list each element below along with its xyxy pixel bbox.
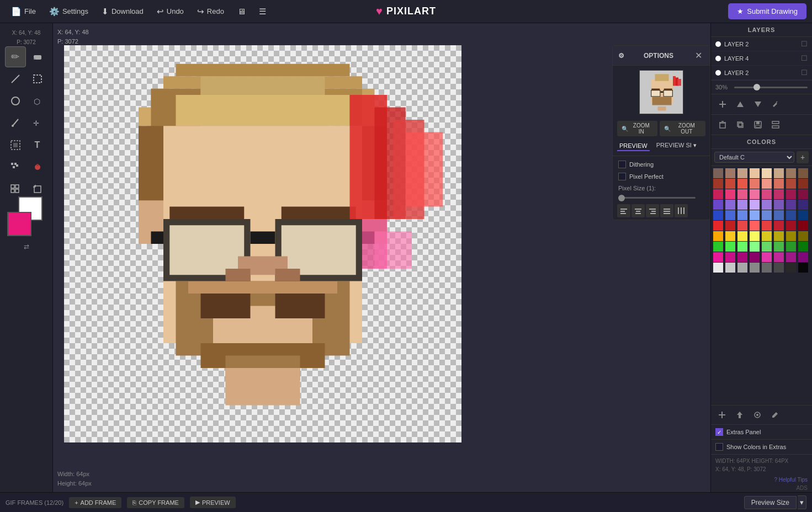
color-swatch-12[interactable] bbox=[762, 179, 772, 189]
color-swatch-48[interactable] bbox=[713, 231, 723, 241]
color-swatch-39[interactable] bbox=[798, 210, 808, 220]
color-swatch-18[interactable] bbox=[737, 189, 747, 199]
move-up-button[interactable] bbox=[732, 97, 749, 112]
layer-visibility-dot-3[interactable] bbox=[715, 70, 721, 76]
align-justify-button[interactable] bbox=[660, 204, 673, 217]
color-swatch-41[interactable] bbox=[725, 221, 735, 231]
color-swatch-42[interactable] bbox=[737, 221, 747, 231]
color-swatch-23[interactable] bbox=[798, 189, 808, 199]
color-swatch-56[interactable] bbox=[713, 242, 723, 252]
layer-lock-icon-3[interactable]: ☐ bbox=[801, 68, 808, 77]
align-distribute-button[interactable] bbox=[675, 204, 688, 217]
monitor-button[interactable]: 🖥 bbox=[232, 4, 251, 19]
layer-item-1[interactable]: LAYER 2 ☐ bbox=[711, 37, 812, 51]
paint-button[interactable] bbox=[750, 408, 765, 422]
color-swatch-38[interactable] bbox=[786, 210, 796, 220]
fill-tool[interactable]: ⬡ bbox=[27, 90, 48, 111]
add-color-button[interactable] bbox=[714, 408, 730, 422]
color-swatch-8[interactable] bbox=[713, 179, 723, 189]
color-swatch-79[interactable] bbox=[798, 263, 808, 273]
pixel-art-canvas[interactable] bbox=[64, 45, 461, 442]
color-swatch-62[interactable] bbox=[786, 242, 796, 252]
layer-item-3[interactable]: LAYER 2 ☐ bbox=[711, 66, 812, 80]
color-swatch-63[interactable] bbox=[798, 242, 808, 252]
tab-preview-size[interactable]: PREVIEW SI ▾ bbox=[654, 141, 699, 151]
eyedropper-tool[interactable] bbox=[5, 113, 26, 134]
color-swatch-46[interactable] bbox=[786, 221, 796, 231]
palette-add-button[interactable]: + bbox=[797, 151, 809, 163]
color-swatch-7[interactable] bbox=[798, 168, 808, 178]
color-swatch-58[interactable] bbox=[737, 242, 747, 252]
dithering-checkbox[interactable] bbox=[618, 161, 626, 168]
canvas-area[interactable]: X: 64, Y: 48 P: 3072 bbox=[53, 23, 710, 492]
dither-tool[interactable] bbox=[5, 157, 26, 178]
color-swatch-37[interactable] bbox=[774, 210, 784, 220]
color-swatch-13[interactable] bbox=[774, 179, 784, 189]
align-center-button[interactable] bbox=[631, 204, 645, 217]
color-swatch-10[interactable] bbox=[737, 179, 747, 189]
color-swatch-19[interactable] bbox=[750, 189, 760, 199]
color-swatch-50[interactable] bbox=[737, 231, 747, 241]
zoom-in-button[interactable]: 🔍 ZOOM IN bbox=[617, 121, 657, 136]
color-swatch-11[interactable] bbox=[750, 179, 760, 189]
download-menu[interactable]: ⬇ Download bbox=[96, 4, 149, 19]
layer-item-2[interactable]: LAYER 4 ☐ bbox=[711, 51, 812, 66]
color-swatch-31[interactable] bbox=[798, 200, 808, 210]
color-swatch-72[interactable] bbox=[713, 263, 723, 273]
color-swatch-67[interactable] bbox=[750, 252, 760, 262]
color-swatch-27[interactable] bbox=[750, 200, 760, 210]
color-swatch-24[interactable] bbox=[713, 200, 723, 210]
edit-layer-button[interactable] bbox=[767, 97, 784, 112]
copy-frame-button[interactable]: ⎘ COPY FRAME bbox=[127, 497, 184, 508]
color-swatch-30[interactable] bbox=[786, 200, 796, 210]
color-swatch-21[interactable] bbox=[774, 189, 784, 199]
color-swatch-15[interactable] bbox=[798, 179, 808, 189]
color-swatch-60[interactable] bbox=[762, 242, 772, 252]
canvas-wrapper[interactable] bbox=[64, 45, 461, 442]
save-layer-button[interactable] bbox=[750, 117, 766, 132]
color-swatch-66[interactable] bbox=[737, 252, 747, 262]
show-colors-checkbox[interactable] bbox=[715, 443, 723, 451]
zoom-slider[interactable] bbox=[734, 87, 808, 88]
color-swatch-20[interactable] bbox=[762, 189, 772, 199]
color-swatch-47[interactable] bbox=[798, 221, 808, 231]
file-menu[interactable]: 📄 File bbox=[6, 4, 41, 19]
tab-preview[interactable]: PREVIEW bbox=[617, 141, 650, 151]
color-grid-wrapper[interactable] bbox=[711, 166, 812, 405]
color-swatch-6[interactable] bbox=[786, 168, 796, 178]
add-layer-button[interactable] bbox=[714, 97, 731, 112]
color-swatch-61[interactable] bbox=[774, 242, 784, 252]
extras-panel-checkbox[interactable]: ✓ bbox=[715, 428, 723, 436]
menu-button[interactable]: ☰ bbox=[253, 4, 272, 19]
move-tool[interactable]: ✛ bbox=[27, 113, 48, 134]
add-frame-button[interactable]: + ADD FRAME bbox=[69, 497, 121, 508]
color-swatch-49[interactable] bbox=[725, 231, 735, 241]
submit-drawing-button[interactable]: ★ Submit Drawing bbox=[728, 3, 806, 19]
color-swatch-45[interactable] bbox=[774, 221, 784, 231]
color-swatch-16[interactable] bbox=[713, 189, 723, 199]
move-down-button[interactable] bbox=[750, 97, 766, 112]
color-swatch-26[interactable] bbox=[737, 200, 747, 210]
color-swatch-4[interactable] bbox=[762, 168, 772, 178]
primary-color-swatch[interactable] bbox=[7, 212, 31, 236]
pixel-perfect-checkbox[interactable] bbox=[618, 173, 626, 180]
layer-lock-icon-2[interactable]: ☐ bbox=[801, 54, 808, 62]
color-swatch-14[interactable] bbox=[786, 179, 796, 189]
duplicate-layer-button[interactable] bbox=[732, 117, 749, 132]
ellipse-tool[interactable] bbox=[5, 90, 26, 111]
color-swatch-36[interactable] bbox=[762, 210, 772, 220]
preview-button[interactable]: ▶ PREVIEW bbox=[190, 497, 236, 508]
export-colors-button[interactable] bbox=[732, 408, 747, 422]
undo-button[interactable]: ↩ Undo bbox=[151, 4, 189, 19]
color-swatch-35[interactable] bbox=[750, 210, 760, 220]
layer-lock-icon-1[interactable]: ☐ bbox=[801, 40, 808, 48]
color-swatch-5[interactable] bbox=[774, 168, 784, 178]
color-swatch-55[interactable] bbox=[798, 231, 808, 241]
preview-size-dropdown-button[interactable]: ▾ bbox=[798, 495, 806, 509]
color-swatch-25[interactable] bbox=[725, 200, 735, 210]
color-swatch-69[interactable] bbox=[774, 252, 784, 262]
color-swatch-3[interactable] bbox=[750, 168, 760, 178]
color-swatch-78[interactable] bbox=[786, 263, 796, 273]
align-left-button[interactable] bbox=[617, 204, 630, 217]
options-close-button[interactable]: ✕ bbox=[693, 50, 704, 61]
